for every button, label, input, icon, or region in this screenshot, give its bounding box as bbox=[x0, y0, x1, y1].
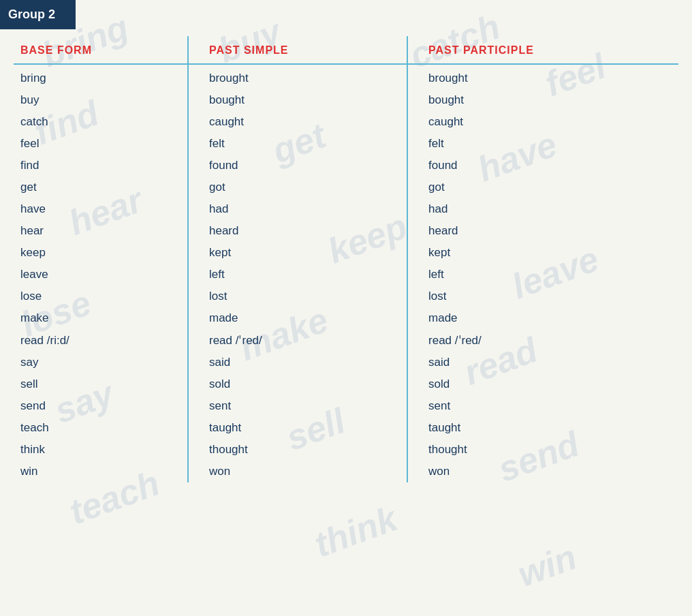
cell-past_simple-4: found bbox=[188, 155, 407, 176]
table-row: sellsoldsold bbox=[14, 373, 678, 395]
cell-past_simple-0: brought bbox=[188, 64, 407, 89]
cell-base-1: buy bbox=[14, 89, 188, 111]
cell-past_participle-4: found bbox=[407, 155, 678, 176]
table-row: read /ri:d/read /ˈred/read /ˈred/ bbox=[14, 329, 678, 352]
table-row: bringbroughtbrought bbox=[14, 64, 678, 89]
cell-past_participle-16: taught bbox=[407, 417, 678, 439]
cell-past_participle-2: caught bbox=[407, 111, 678, 133]
cell-past_simple-5: got bbox=[188, 176, 407, 198]
cell-base-17: think bbox=[14, 439, 188, 461]
table-row: havehadhad bbox=[14, 198, 678, 220]
table-container: BASE FORM PAST SIMPLE PAST PARTICIPLE br… bbox=[0, 29, 692, 496]
cell-base-13: say bbox=[14, 352, 188, 373]
cell-past_simple-7: heard bbox=[188, 220, 407, 242]
col-past-participle: PAST PARTICIPLE bbox=[407, 36, 678, 64]
cell-past_participle-9: left bbox=[407, 264, 678, 286]
table-row: makemademade bbox=[14, 307, 678, 329]
cell-past_participle-11: made bbox=[407, 307, 678, 329]
table-row: feelfeltfelt bbox=[14, 133, 678, 155]
cell-past_participle-7: heard bbox=[407, 220, 678, 242]
table-row: catchcaughtcaught bbox=[14, 111, 678, 133]
page-title: Group 2 bbox=[8, 7, 55, 22]
cell-past_participle-18: won bbox=[407, 461, 678, 482]
cell-base-4: find bbox=[14, 155, 188, 176]
col-base-form: BASE FORM bbox=[14, 36, 188, 64]
cell-past_simple-3: felt bbox=[188, 133, 407, 155]
col-past-simple: PAST SIMPLE bbox=[188, 36, 407, 64]
cell-past_simple-6: had bbox=[188, 198, 407, 220]
table-row: thinkthoughtthought bbox=[14, 439, 678, 461]
cell-past_simple-14: sold bbox=[188, 373, 407, 395]
cell-past_simple-2: caught bbox=[188, 111, 407, 133]
cell-past_simple-1: bought bbox=[188, 89, 407, 111]
cell-base-11: make bbox=[14, 307, 188, 329]
cell-past_simple-9: left bbox=[188, 264, 407, 286]
verb-table: BASE FORM PAST SIMPLE PAST PARTICIPLE br… bbox=[14, 36, 678, 482]
table-row: findfoundfound bbox=[14, 155, 678, 176]
table-row: winwonwon bbox=[14, 461, 678, 482]
cell-past_participle-13: said bbox=[407, 352, 678, 373]
cell-past_simple-18: won bbox=[188, 461, 407, 482]
cell-past_participle-10: lost bbox=[407, 286, 678, 307]
cell-base-3: feel bbox=[14, 133, 188, 155]
table-row: leaveleftleft bbox=[14, 264, 678, 286]
cell-past_participle-12: read /ˈred/ bbox=[407, 329, 678, 352]
cell-past_simple-16: taught bbox=[188, 417, 407, 439]
cell-base-10: lose bbox=[14, 286, 188, 307]
cell-past_simple-13: said bbox=[188, 352, 407, 373]
cell-base-2: catch bbox=[14, 111, 188, 133]
cell-past_participle-15: sent bbox=[407, 395, 678, 417]
cell-past_simple-12: read /ˈred/ bbox=[188, 329, 407, 352]
header-bar: Group 2 bbox=[0, 0, 76, 29]
table-row: sendsentsent bbox=[14, 395, 678, 417]
cell-base-9: leave bbox=[14, 264, 188, 286]
cell-past_participle-17: thought bbox=[407, 439, 678, 461]
cell-base-7: hear bbox=[14, 220, 188, 242]
table-row: saysaidsaid bbox=[14, 352, 678, 373]
table-row: buyboughtbought bbox=[14, 89, 678, 111]
cell-past_participle-0: brought bbox=[407, 64, 678, 89]
cell-base-16: teach bbox=[14, 417, 188, 439]
cell-past_simple-8: kept bbox=[188, 242, 407, 264]
cell-past_simple-17: thought bbox=[188, 439, 407, 461]
cell-base-5: get bbox=[14, 176, 188, 198]
cell-base-18: win bbox=[14, 461, 188, 482]
table-row: getgotgot bbox=[14, 176, 678, 198]
cell-past_participle-5: got bbox=[407, 176, 678, 198]
cell-base-14: sell bbox=[14, 373, 188, 395]
cell-past_simple-11: made bbox=[188, 307, 407, 329]
table-row: keepkeptkept bbox=[14, 242, 678, 264]
cell-base-6: have bbox=[14, 198, 188, 220]
cell-base-0: bring bbox=[14, 64, 188, 89]
table-row: hearheardheard bbox=[14, 220, 678, 242]
cell-past_participle-8: kept bbox=[407, 242, 678, 264]
table-header-row: BASE FORM PAST SIMPLE PAST PARTICIPLE bbox=[14, 36, 678, 64]
cell-past_participle-1: bought bbox=[407, 89, 678, 111]
cell-past_simple-15: sent bbox=[188, 395, 407, 417]
cell-base-12: read /ri:d/ bbox=[14, 329, 188, 352]
table-row: teachtaughttaught bbox=[14, 417, 678, 439]
cell-past_participle-3: felt bbox=[407, 133, 678, 155]
cell-base-15: send bbox=[14, 395, 188, 417]
table-row: loselostlost bbox=[14, 286, 678, 307]
cell-past_participle-6: had bbox=[407, 198, 678, 220]
cell-past_simple-10: lost bbox=[188, 286, 407, 307]
cell-base-8: keep bbox=[14, 242, 188, 264]
cell-past_participle-14: sold bbox=[407, 373, 678, 395]
